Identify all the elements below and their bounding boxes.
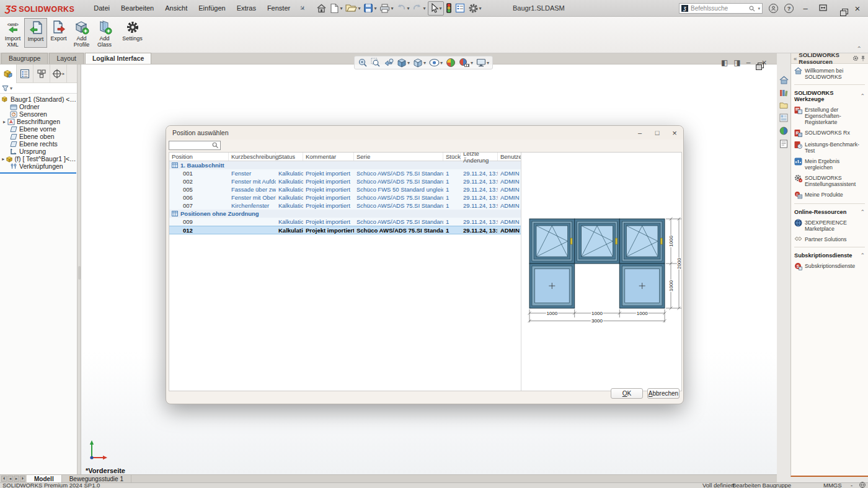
- menu-fenster[interactable]: Fenster: [262, 2, 296, 14]
- open-button[interactable]: ▾: [344, 2, 361, 14]
- section-view-button[interactable]: ▾: [396, 57, 410, 68]
- zoom-to-area-button[interactable]: [370, 57, 381, 68]
- column-header-status[interactable]: Status: [276, 153, 303, 161]
- pane-options-gear-icon[interactable]: [852, 55, 859, 61]
- table-row[interactable]: 006 Fenster mit Oberlicht Kalkulation Pr…: [169, 193, 521, 202]
- tab-prev-icon[interactable]: ◂: [7, 476, 13, 482]
- close-button[interactable]: ×: [852, 3, 863, 14]
- cancel-button[interactable]: Abbrechen: [647, 388, 680, 399]
- table-row[interactable]: 005 Fassade über zwei Sto... Kalkulation…: [169, 185, 521, 193]
- file-explorer-icon[interactable]: [779, 102, 788, 109]
- dialog-maximize-button[interactable]: □: [649, 129, 666, 136]
- hide-show-items-button[interactable]: [445, 57, 456, 68]
- link-solidworks-rx[interactable]: R SOLIDWORKS Rx: [794, 130, 865, 137]
- featuremanager-tree-tab[interactable]: [0, 64, 17, 83]
- pane-left-icon[interactable]: ◧: [721, 58, 728, 67]
- dialog-minimize-button[interactable]: –: [631, 129, 649, 136]
- pane-right-icon[interactable]: ◨: [733, 58, 740, 67]
- collapse-section-icon[interactable]: ⌃: [860, 93, 865, 99]
- column-header-serie[interactable]: Serie: [354, 153, 443, 161]
- resources-home-icon[interactable]: [779, 76, 789, 84]
- collapse-section-icon[interactable]: ⌃: [860, 252, 865, 259]
- edit-appearance-button[interactable]: ▾: [458, 57, 474, 68]
- menu-extras[interactable]: Extras: [231, 2, 262, 14]
- menu-bearbeiten[interactable]: Bearbeiten: [115, 2, 159, 14]
- column-header-benutzer[interactable]: Benutzer: [498, 153, 520, 161]
- link-compare-results[interactable]: Mein Ergebnis vergleichen: [794, 158, 865, 171]
- tree-item-ordner[interactable]: Ordner: [0, 103, 77, 110]
- view-palette-icon[interactable]: [779, 113, 788, 122]
- configurationmanager-tab[interactable]: [33, 64, 50, 83]
- pin-icon[interactable]: [861, 55, 866, 61]
- column-header-letzte-aenderung[interactable]: Letzte Änderung: [461, 153, 498, 161]
- table-row-selected[interactable]: 012 Kalkulation Projekt importiert Schüc…: [169, 226, 521, 234]
- export-button[interactable]: Export: [47, 18, 70, 48]
- options-button[interactable]: ▾: [467, 2, 483, 15]
- file-properties-button[interactable]: [454, 2, 466, 14]
- table-row[interactable]: 001 Fenster Kalkulation Projekt importie…: [169, 169, 521, 177]
- minimize-button[interactable]: –: [800, 4, 811, 13]
- view-orientation-button[interactable]: ▾: [412, 57, 427, 68]
- rollback-bar[interactable]: [0, 172, 76, 174]
- link-settings-assistant[interactable]: SOLIDWORKS Einstellungsassistent: [794, 175, 865, 187]
- collapse-pane-icon[interactable]: «: [794, 55, 797, 62]
- column-header-kommentar[interactable]: Kommentar: [303, 153, 354, 161]
- tab-next-icon[interactable]: ▸: [14, 476, 19, 482]
- table-row[interactable]: 009 Kalkulation Projekt importiert Schüc…: [169, 218, 521, 226]
- menu-ansicht[interactable]: Ansicht: [159, 2, 193, 14]
- expand-arrow-icon[interactable]: ▸: [1, 119, 7, 125]
- dialog-close-button[interactable]: ×: [666, 128, 683, 138]
- menu-datei[interactable]: Datei: [88, 2, 115, 14]
- tree-item-test-baugr1[interactable]: ▸ (f) [ Test^Baugr1 ]<1> (Standard): [0, 155, 77, 162]
- link-subskriptionsdienste[interactable]: S Subskriptionsdienste: [794, 263, 865, 270]
- link-3dexperience-marketplace[interactable]: 3DEXPERIENCE Marketplace: [794, 220, 865, 232]
- doc-minimize-button[interactable]: –: [746, 58, 751, 67]
- tree-filter[interactable]: ▾: [0, 83, 77, 94]
- tree-item-beschriftungen[interactable]: ▸ A Beschriftungen: [0, 118, 77, 125]
- add-profile-button[interactable]: Add Profile: [70, 18, 93, 48]
- view-settings-button[interactable]: ▾: [476, 58, 490, 68]
- design-library-icon[interactable]: [779, 89, 788, 97]
- splitter-grip[interactable]: [78, 266, 81, 280]
- select-tool-button[interactable]: ▾: [428, 1, 444, 16]
- tree-root-row[interactable]: Baugr1 (Standard) <Anzeigestatus-1>: [0, 95, 77, 103]
- column-header-position[interactable]: Position: [169, 153, 229, 161]
- new-document-button[interactable]: ▾: [329, 2, 343, 15]
- link-my-products[interactable]: S Meine Produkte: [794, 192, 865, 199]
- tree-item-sensoren[interactable]: Sensoren: [0, 110, 77, 118]
- propertymanager-tab[interactable]: [17, 64, 33, 83]
- link-property-tab-builder[interactable]: Erstellung der Eigenschaften-Registerkar…: [794, 107, 865, 125]
- home-button[interactable]: [315, 2, 328, 15]
- collapse-section-icon[interactable]: ⌃: [860, 209, 865, 215]
- link-benchmark-test[interactable]: Leistungs-Benchmark-Test: [794, 141, 865, 154]
- search-dropdown-icon[interactable]: ▾: [758, 6, 760, 11]
- zoom-to-fit-button[interactable]: [357, 57, 368, 68]
- login-user-icon[interactable]: [769, 4, 778, 13]
- section-online-ressourcen[interactable]: Online-Ressourcen ⌃: [794, 209, 865, 215]
- custom-properties-icon[interactable]: [779, 140, 788, 148]
- tree-item-ebene-rechts[interactable]: Ebene rechts: [0, 140, 77, 148]
- dialog-search-box[interactable]: [169, 141, 221, 150]
- column-header-kurzbeschreibung[interactable]: Kurzbeschreibung: [229, 153, 276, 161]
- tree-item-ursprung[interactable]: Ursprung: [0, 148, 77, 155]
- menu-pin-icon[interactable]: ✈: [298, 3, 308, 13]
- dimxpertmanager-tab[interactable]: ▸: [50, 64, 67, 83]
- tree-item-ebene-vorne[interactable]: Ebene vorne: [0, 125, 77, 133]
- tab-baugruppe[interactable]: Baugruppe: [1, 53, 48, 64]
- tab-last-icon[interactable]: ⏵: [20, 476, 25, 482]
- tab-first-icon[interactable]: ⏴: [1, 476, 7, 482]
- tree-item-verknuepfungen[interactable]: Verknüpfungen: [0, 162, 77, 170]
- table-row[interactable]: 007 Kirchenfenster Kalkulation Projekt i…: [169, 202, 521, 210]
- ribbon-collapse-icon[interactable]: ⌃: [857, 45, 862, 52]
- dialog-search-input[interactable]: [169, 142, 212, 149]
- section-subskriptionsdienste[interactable]: Subskriptionsdienste ⌃: [794, 252, 865, 259]
- dialog-title-bar[interactable]: Position auswählen – □ ×: [166, 126, 683, 140]
- maximize-button[interactable]: [817, 4, 828, 13]
- add-glass-button[interactable]: Add Glass: [93, 18, 116, 48]
- link-partner-solutions[interactable]: Partner Solutions: [794, 236, 865, 242]
- welcome-link[interactable]: Willkommen bei SOLIDWORKS: [794, 68, 865, 80]
- rebuild-button[interactable]: [445, 1, 453, 15]
- section-werkzeuge[interactable]: SOLIDWORKS Werkzeuge ⌃: [794, 90, 865, 102]
- import-xml-button[interactable]: <xml> Import XML: [1, 18, 24, 48]
- table-row[interactable]: 002 Fenster mit Aufdoppl... Kalkulation …: [169, 177, 521, 185]
